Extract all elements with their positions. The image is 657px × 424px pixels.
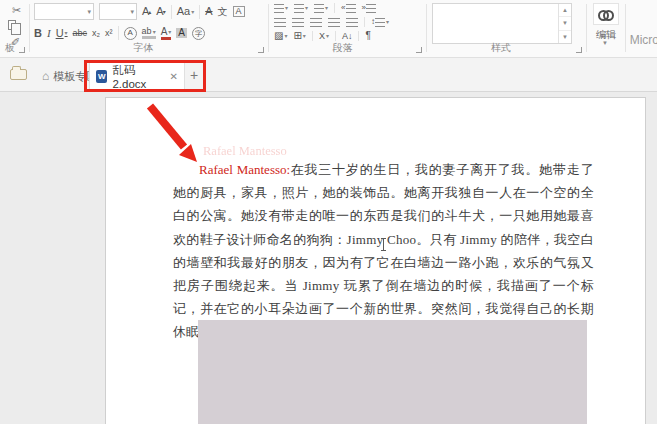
- subscript-button[interactable]: x₂: [92, 29, 100, 38]
- annotation-highlight-box: [84, 60, 206, 92]
- paragraph-group: ▾ ▾ ▾ « » ↕▾ ▨▾ ⊞▾ X▾: [270, 0, 425, 57]
- folder-icon[interactable]: [10, 69, 27, 80]
- align-left-button[interactable]: [274, 18, 286, 27]
- multilevel-list-button[interactable]: ▾: [314, 4, 328, 13]
- line-spacing-button[interactable]: ↕▾: [371, 18, 389, 27]
- show-marks-button[interactable]: ¶: [365, 31, 370, 41]
- grow-font-button[interactable]: A▴: [142, 6, 151, 17]
- document-page[interactable]: Rafael Mantesso Rafael Mantesso:在我三十岁的生日…: [105, 97, 646, 424]
- text-effects-button[interactable]: A: [124, 27, 137, 40]
- superscript-button[interactable]: x²: [105, 29, 113, 38]
- paragraph-dialog-launcher-icon[interactable]: [416, 47, 422, 53]
- binoculars-icon: [598, 10, 614, 19]
- styles-gallery-scrollbar[interactable]: ▲ ▼ ▼: [558, 4, 571, 43]
- borders-button[interactable]: ⊞▾: [293, 31, 305, 41]
- group-divider: [625, 4, 626, 52]
- find-button[interactable]: [593, 3, 619, 25]
- styles-group: ▲ ▼ ▼ 样式: [427, 0, 585, 57]
- font-dialog-launcher-icon[interactable]: [258, 47, 264, 53]
- align-right-button[interactable]: [310, 18, 322, 27]
- shrink-font-button[interactable]: A▾: [156, 6, 165, 17]
- chevron-down-icon: ▾: [87, 8, 91, 16]
- paragraph-group-label: 段落: [270, 41, 415, 55]
- strikethrough-button[interactable]: abc: [73, 29, 88, 38]
- window-title-fragment: Micro: [630, 33, 657, 47]
- text-cursor-ibeam: [383, 238, 384, 251]
- asian-layout-button[interactable]: X▾: [319, 32, 329, 41]
- character-shading-button[interactable]: A: [176, 28, 187, 38]
- clear-formatting-button[interactable]: A: [205, 6, 212, 17]
- styles-dialog-launcher-icon[interactable]: [576, 47, 582, 53]
- styles-group-label: 样式: [427, 41, 575, 55]
- scroll-up-icon[interactable]: ▲: [559, 4, 571, 17]
- inline-image-placeholder[interactable]: [198, 320, 587, 424]
- increase-indent-button[interactable]: »: [362, 4, 376, 13]
- group-divider: [268, 4, 269, 52]
- styles-gallery[interactable]: ▲ ▼ ▼: [432, 3, 572, 44]
- chevron-down-icon: ▾: [130, 8, 134, 16]
- faded-ghost-text: Rafael Mantesso: [203, 144, 287, 159]
- editing-group: 编辑 ▼: [588, 0, 624, 57]
- bold-button[interactable]: B: [34, 28, 42, 39]
- numbering-button[interactable]: ▾: [294, 4, 308, 13]
- ribbon: ✂ ✐ 板 ▾ ▾ A▴ A▾ Aa▾ A 文 A B I: [0, 0, 657, 58]
- bullets-button[interactable]: ▾: [274, 4, 288, 13]
- character-border-button[interactable]: A: [233, 6, 245, 17]
- font-group-label: 字体: [30, 41, 257, 55]
- shading-button[interactable]: ▨▾: [274, 31, 287, 41]
- clipboard-group-label: 板: [0, 41, 20, 55]
- font-name-combobox[interactable]: ▾: [34, 3, 94, 20]
- clipboard-dialog-launcher-icon[interactable]: [19, 47, 25, 53]
- sort-button[interactable]: A↓: [342, 32, 353, 41]
- font-group: ▾ ▾ A▴ A▾ Aa▾ A 文 A B I U▾ abc x₂ x² A: [30, 0, 267, 57]
- cut-icon[interactable]: ✂: [12, 4, 21, 17]
- distribute-button[interactable]: [346, 18, 358, 27]
- home-icon: ⌂: [42, 69, 49, 83]
- font-color-button[interactable]: A▾: [161, 27, 172, 40]
- clipboard-group: ✂ ✐ 板: [0, 0, 28, 57]
- justify-button[interactable]: [328, 18, 340, 27]
- enclose-characters-button[interactable]: 字: [192, 27, 205, 40]
- document-area: Rafael Mantesso Rafael Mantesso:在我三十岁的生日…: [0, 92, 657, 424]
- change-case-button[interactable]: Aa▾: [177, 6, 194, 17]
- group-divider: [586, 4, 587, 52]
- copy-icon[interactable]: [8, 20, 16, 30]
- phonetic-guide-button[interactable]: 文: [218, 7, 228, 17]
- italic-button[interactable]: I: [47, 28, 51, 39]
- font-size-combobox[interactable]: ▾: [99, 3, 137, 20]
- underline-button[interactable]: U▾: [56, 28, 68, 39]
- decrease-indent-button[interactable]: «: [341, 4, 355, 13]
- editing-dropdown-icon[interactable]: ▼: [602, 40, 608, 46]
- word-app-window: ✂ ✐ 板 ▾ ▾ A▴ A▾ Aa▾ A 文 A B I: [0, 0, 657, 424]
- paragraph-lead-text: Rafael Mantesso:: [199, 162, 290, 177]
- scroll-down-icon[interactable]: ▼: [559, 17, 571, 30]
- text-highlight-button[interactable]: ab▾: [142, 27, 156, 39]
- align-center-button[interactable]: [292, 18, 304, 27]
